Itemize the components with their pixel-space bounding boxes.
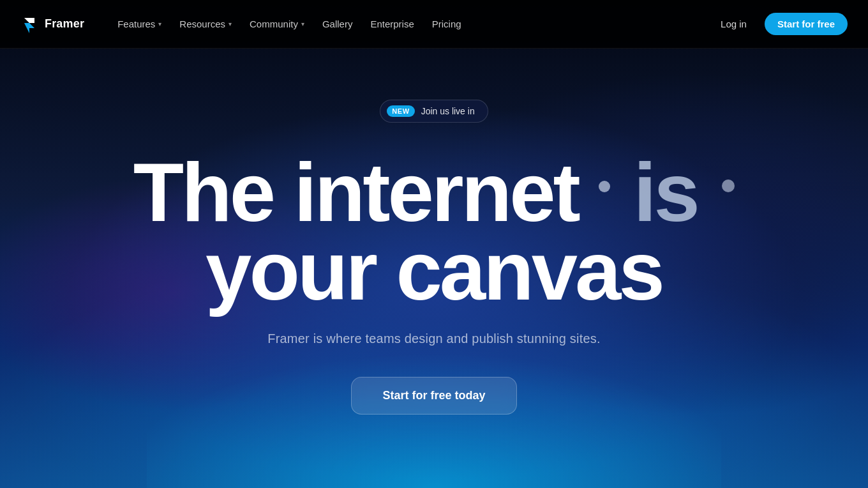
framer-logo-icon <box>20 15 38 33</box>
navbar: Framer Features ▾ Resources ▾ Community … <box>0 0 868 49</box>
hero-heading: The internet is your canvas <box>133 153 735 311</box>
decorative-dot-left <box>599 181 610 192</box>
chevron-down-icon: ▾ <box>301 20 304 27</box>
nav-item-community[interactable]: Community ▾ <box>242 13 312 34</box>
nav-links: Features ▾ Resources ▾ Community ▾ Galle… <box>110 13 469 34</box>
nav-label-resources: Resources <box>179 19 225 29</box>
nav-item-resources[interactable]: Resources ▾ <box>172 13 239 34</box>
hero-content: NEW Join us live in The internet is your… <box>0 74 868 415</box>
nav-label-community: Community <box>250 19 298 29</box>
navbar-left: Framer Features ▾ Resources ▾ Community … <box>20 13 469 34</box>
announcement-badge[interactable]: NEW Join us live in <box>380 100 488 123</box>
nav-label-features: Features <box>117 19 155 29</box>
logo-text: Framer <box>45 17 84 31</box>
badge-text: Join us live in <box>421 106 475 116</box>
nav-item-pricing[interactable]: Pricing <box>424 13 469 34</box>
hero-section: NEW Join us live in The internet is your… <box>0 0 868 488</box>
hero-subtitle: Framer is where teams design and publish… <box>267 332 600 346</box>
badge-new-label: NEW <box>387 105 414 117</box>
chevron-down-icon: ▾ <box>158 20 161 27</box>
hero-heading-line1: The internet is <box>133 153 735 233</box>
chevron-down-icon: ▾ <box>228 20 232 27</box>
login-button[interactable]: Log in <box>713 13 754 34</box>
nav-label-pricing: Pricing <box>432 19 461 29</box>
nav-item-features[interactable]: Features ▾ <box>110 13 169 34</box>
nav-item-enterprise[interactable]: Enterprise <box>363 13 421 34</box>
decorative-dot-right <box>722 179 735 192</box>
logo[interactable]: Framer <box>20 15 84 33</box>
nav-label-enterprise: Enterprise <box>370 19 414 29</box>
nav-label-gallery: Gallery <box>322 19 353 29</box>
start-free-button[interactable]: Start for free <box>765 13 848 35</box>
hero-cta-button[interactable]: Start for free today <box>351 377 516 415</box>
nav-item-gallery[interactable]: Gallery <box>315 13 361 34</box>
navbar-right: Log in Start for free <box>713 13 848 35</box>
hero-heading-line2: your canvas <box>133 232 735 311</box>
